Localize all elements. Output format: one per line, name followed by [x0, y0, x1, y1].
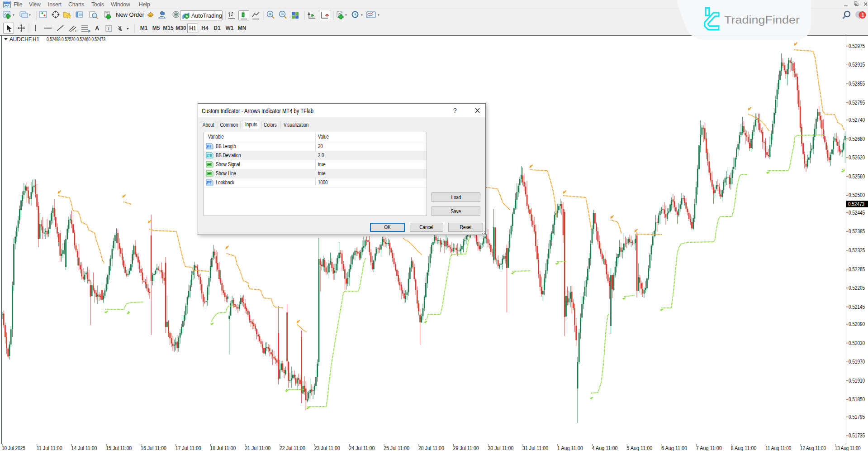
svg-text:0.52030: 0.52030 — [849, 340, 865, 346]
svg-text:18 Jul 11:00: 18 Jul 11:00 — [210, 445, 236, 451]
svg-text:0.52488 0.52520 0.52460 0.5247: 0.52488 0.52520 0.52460 0.52473 — [47, 36, 105, 43]
svg-text:0.51910: 0.51910 — [849, 378, 865, 384]
svg-text:0.52560: 0.52560 — [849, 173, 865, 180]
svg-text:0.52620: 0.52620 — [849, 154, 865, 161]
svg-text:123: 123 — [207, 181, 212, 184]
svg-text:0.52500: 0.52500 — [849, 192, 865, 198]
svg-text:0.51850: 0.51850 — [849, 396, 865, 403]
svg-text:29 Jul 11:00: 29 Jul 11:00 — [453, 445, 479, 451]
svg-text:15 Jul 11:00: 15 Jul 11:00 — [106, 445, 132, 451]
svg-text:0.51795: 0.51795 — [849, 414, 865, 420]
svg-text:0.52473: 0.52473 — [848, 201, 864, 207]
svg-text:21 Jul 11:00: 21 Jul 11:00 — [245, 445, 270, 451]
svg-text:0.52205: 0.52205 — [849, 285, 865, 291]
svg-text:31 Jul 11:00: 31 Jul 11:00 — [522, 445, 548, 451]
svg-text:28 Jul 11:00: 28 Jul 11:00 — [418, 445, 444, 451]
svg-text:25 Jul 11:00: 25 Jul 11:00 — [384, 445, 409, 451]
svg-text:6 Aug 11:00: 6 Aug 11:00 — [661, 445, 687, 451]
svg-text:0.52855: 0.52855 — [849, 81, 865, 87]
svg-text:4 Aug 11:00: 4 Aug 11:00 — [592, 445, 618, 451]
svg-text:E: E — [75, 29, 77, 33]
svg-text:30 Jul 11:00: 30 Jul 11:00 — [488, 445, 513, 451]
svg-text:0.52090: 0.52090 — [849, 321, 865, 327]
svg-text:10 Jul 2025: 10 Jul 2025 — [2, 445, 25, 451]
svg-text:0.52325: 0.52325 — [849, 247, 865, 254]
svg-text:17 Jul 11:00: 17 Jul 11:00 — [175, 445, 201, 451]
svg-text:22 Jul 11:00: 22 Jul 11:00 — [280, 445, 305, 451]
svg-text:TradingFinder: TradingFinder — [724, 14, 800, 26]
svg-text:T: T — [107, 26, 110, 31]
svg-text:0.52265: 0.52265 — [849, 266, 865, 273]
svg-text:0.52445: 0.52445 — [849, 210, 865, 216]
svg-text:0.52975: 0.52975 — [849, 43, 865, 49]
svg-text:8 Aug 11:00: 8 Aug 11:00 — [731, 445, 757, 451]
svg-text:11 Jul 11:00: 11 Jul 11:00 — [37, 445, 62, 451]
svg-text:11 Aug 11:00: 11 Aug 11:00 — [765, 445, 791, 451]
svg-text:½: ½ — [208, 154, 210, 157]
svg-text:0.52740: 0.52740 — [849, 117, 865, 123]
svg-text:7 Aug 11:00: 7 Aug 11:00 — [696, 445, 722, 451]
svg-text:0.52145: 0.52145 — [849, 304, 865, 310]
svg-text:0.51970: 0.51970 — [849, 359, 865, 365]
svg-text:123: 123 — [207, 145, 212, 148]
svg-text:13 Aug 11:00: 13 Aug 11:00 — [835, 445, 861, 451]
svg-text:AUDCHF,H1: AUDCHF,H1 — [9, 36, 39, 43]
svg-text:A: A — [95, 25, 100, 32]
svg-text:?: ? — [453, 107, 457, 114]
svg-text:1: 1 — [861, 12, 864, 19]
svg-text:0.52680: 0.52680 — [849, 136, 865, 142]
svg-text:1 Aug 11:00: 1 Aug 11:00 — [557, 445, 583, 451]
svg-text:24 Jul 11:00: 24 Jul 11:00 — [349, 445, 375, 451]
svg-text:0.52915: 0.52915 — [849, 62, 865, 68]
svg-text:12 Aug 11:00: 12 Aug 11:00 — [800, 445, 826, 451]
svg-text:14 Jul 11:00: 14 Jul 11:00 — [71, 445, 97, 451]
svg-text:0.52795: 0.52795 — [849, 100, 865, 106]
svg-text:0.51735: 0.51735 — [849, 432, 865, 439]
svg-text:16 Jul 11:00: 16 Jul 11:00 — [141, 445, 166, 451]
svg-text:New Order: New Order — [116, 11, 145, 18]
svg-text:F: F — [88, 29, 90, 34]
svg-text:5 Aug 11:00: 5 Aug 11:00 — [626, 445, 652, 451]
svg-text:23 Jul 11:00: 23 Jul 11:00 — [314, 445, 340, 451]
svg-text:0.52385: 0.52385 — [849, 228, 865, 235]
